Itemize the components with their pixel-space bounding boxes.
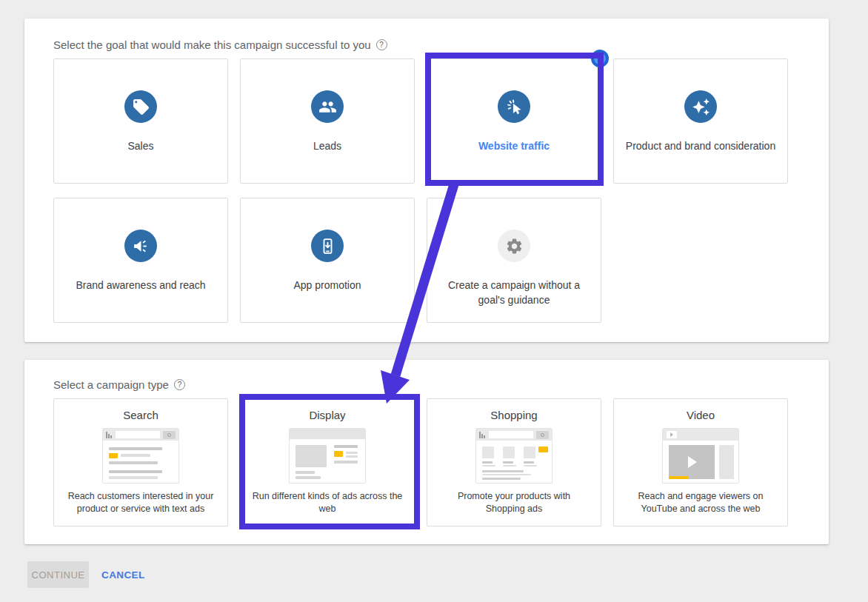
goal-card-brand-awareness[interactable]: Brand awareness and reach <box>53 198 228 323</box>
video-player-thumbnail <box>662 428 739 484</box>
goal-card-label: Create a campaign without a goal's guida… <box>444 278 584 307</box>
goal-card-label: Website traffic <box>478 139 550 154</box>
goal-card-app-promotion[interactable]: App promotion <box>240 198 415 323</box>
goal-card-label: Product and brand consideration <box>626 139 775 154</box>
campaign-type-panel: Select a campaign type ? Search Reach cu… <box>24 360 829 544</box>
tag-icon <box>124 90 157 123</box>
type-card-title: Display <box>309 409 345 421</box>
goal-selection-panel: Select the goal that would make this cam… <box>24 19 829 342</box>
goal-card-sales[interactable]: Sales <box>53 58 228 184</box>
campaign-type-heading-text: Select a campaign type <box>53 378 169 391</box>
goal-heading-text: Select the goal that would make this cam… <box>53 39 371 51</box>
mini-search-input <box>116 431 160 438</box>
mini-search-input <box>489 431 533 438</box>
goal-section-heading: Select the goal that would make this cam… <box>53 39 387 51</box>
cancel-button[interactable]: CANCEL <box>101 561 145 588</box>
type-card-title: Search <box>123 409 158 421</box>
type-card-video[interactable]: Video Reach and engage viewers on YouTub… <box>613 398 788 526</box>
mini-play-badge-icon <box>667 431 677 438</box>
type-card-shopping[interactable]: Shopping Promote your products with Shop… <box>427 398 601 526</box>
sparkles-icon <box>684 90 717 123</box>
type-card-display[interactable]: Display Run different kinds of ads acros… <box>240 398 415 526</box>
click-cursor-icon <box>498 90 530 123</box>
goal-card-label: App promotion <box>293 278 361 293</box>
type-card-description: Promote your products with Shopping ads <box>449 490 579 515</box>
goal-card-no-goal[interactable]: Create a campaign without a goal's guida… <box>427 198 601 323</box>
display-ad-thumbnail <box>289 428 366 484</box>
help-icon[interactable]: ? <box>174 379 185 390</box>
goal-card-website-traffic[interactable]: Website traffic <box>427 58 601 184</box>
type-card-description: Reach and engage viewers on YouTube and … <box>627 490 775 515</box>
goal-card-label: Brand awareness and reach <box>76 278 205 293</box>
campaign-type-heading: Select a campaign type ? <box>53 378 185 391</box>
goal-card-product-brand-consideration[interactable]: Product and brand consideration <box>613 58 788 184</box>
mini-search-button <box>536 431 549 439</box>
goal-card-label: Sales <box>127 139 153 154</box>
goal-card-leads[interactable]: Leads <box>240 58 415 184</box>
phone-download-icon <box>311 230 344 262</box>
search-results-thumbnail <box>102 428 179 484</box>
shopping-results-thumbnail <box>475 428 552 484</box>
type-card-title: Shopping <box>490 409 537 421</box>
type-card-title: Video <box>687 409 715 421</box>
mini-logo-icon <box>479 432 486 438</box>
type-card-search[interactable]: Search Reach customers interested in you… <box>53 398 228 526</box>
goal-card-label: Leads <box>313 139 341 154</box>
play-icon <box>688 456 697 468</box>
help-icon[interactable]: ? <box>376 39 387 50</box>
type-card-description: Run different kinds of ads across the we… <box>244 490 411 515</box>
type-card-description: Reach customers interested in your produ… <box>61 490 220 515</box>
mini-logo-icon <box>106 432 113 438</box>
people-icon <box>311 90 344 123</box>
mini-search-button <box>163 431 176 439</box>
continue-button[interactable]: CONTINUE <box>27 561 89 588</box>
mini-video-area <box>669 445 715 479</box>
gear-icon <box>498 230 530 262</box>
megaphone-icon <box>124 230 157 262</box>
